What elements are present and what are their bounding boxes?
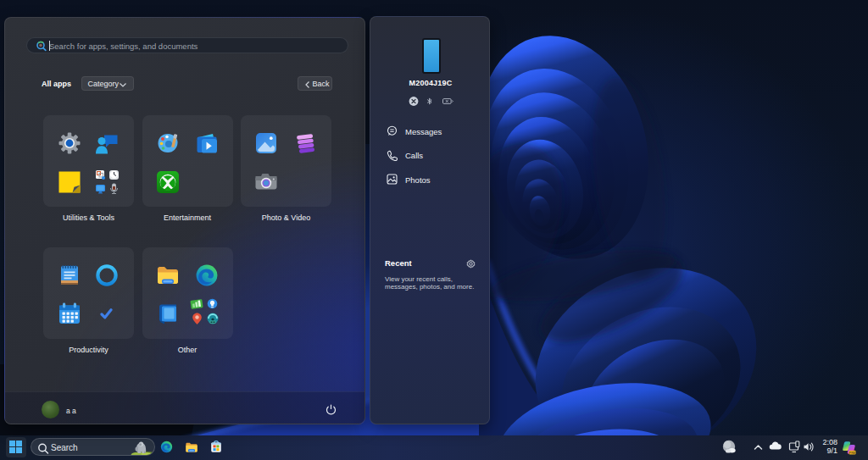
svg-text:PRE: PRE: [849, 452, 856, 455]
